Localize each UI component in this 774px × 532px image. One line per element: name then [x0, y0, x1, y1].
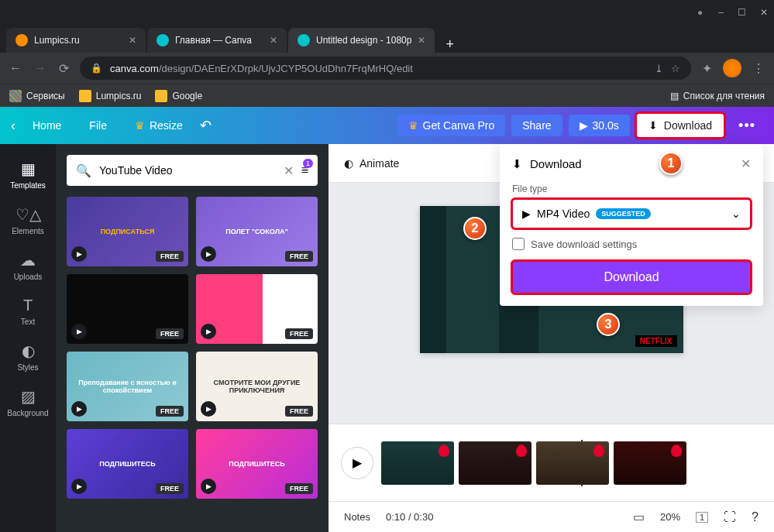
animate-button[interactable]: ◐ Animate: [344, 157, 399, 170]
fullscreen-icon[interactable]: ⛶: [724, 510, 736, 524]
video-icon: ▶: [522, 208, 531, 220]
browser-tabbar: Lumpics.ru ✕ Главная — Canva ✕ Untitled …: [0, 25, 774, 53]
bookmark-google[interactable]: Google: [155, 90, 202, 102]
profile-avatar[interactable]: [723, 59, 741, 77]
install-app-icon[interactable]: ⤓: [655, 63, 663, 74]
undo-button[interactable]: ↶: [200, 117, 212, 134]
filetype-label: File type: [512, 184, 751, 194]
browser-tab[interactable]: Lumpics.ru ✕: [6, 28, 146, 53]
help-icon[interactable]: ?: [752, 510, 759, 524]
timeline-frame[interactable]: [381, 441, 454, 485]
filetype-select[interactable]: ▶ MP4 Video SUGGESTED ⌄: [512, 199, 751, 228]
home-button[interactable]: Home: [22, 115, 72, 136]
page-count[interactable]: 1: [696, 512, 708, 523]
free-badge: FREE: [285, 328, 313, 339]
checkbox-input[interactable]: [512, 238, 525, 250]
timeline-frames[interactable]: [381, 440, 762, 486]
timeline: ▶: [329, 424, 774, 501]
bookmark-star-icon[interactable]: ☆: [671, 63, 680, 74]
template-card[interactable]: ПОДПИСАТЬСЯ▶FREE: [67, 197, 188, 266]
rail-text[interactable]: TText: [0, 289, 56, 334]
new-tab-button[interactable]: +: [436, 36, 463, 53]
play-icon: ▶: [201, 401, 216, 417]
close-window-button[interactable]: ✕: [760, 7, 768, 18]
search-input[interactable]: [99, 164, 276, 177]
netflix-tag: NETFLIX: [635, 335, 677, 347]
close-tab-icon[interactable]: ✕: [129, 35, 136, 46]
timeline-frame[interactable]: [614, 441, 686, 485]
close-tab-icon[interactable]: ✕: [418, 35, 425, 46]
download-action-button[interactable]: Download: [512, 261, 751, 293]
free-badge: FREE: [156, 328, 184, 339]
back-home-icon[interactable]: ‹: [11, 118, 15, 134]
back-button[interactable]: ←: [9, 61, 22, 75]
get-pro-button[interactable]: ♛Get Canva Pro: [397, 115, 506, 136]
styles-icon: ◐: [22, 342, 35, 360]
list-icon: ▤: [670, 91, 679, 101]
play-icon: ▶: [71, 401, 87, 417]
template-card[interactable]: ▶FREE: [196, 274, 318, 344]
text-icon: T: [23, 297, 33, 314]
url-domain: canva.com: [110, 63, 159, 74]
free-badge: FREE: [285, 483, 313, 494]
tab-label: Untitled design - 1080p: [316, 35, 411, 46]
close-panel-button[interactable]: ✕: [741, 156, 751, 171]
clear-search-icon[interactable]: ✕: [284, 163, 294, 178]
more-menu[interactable]: •••: [731, 118, 763, 134]
address-bar[interactable]: 🔒 canva.com/design/DAEnErXDrpk/UjvJCYP5O…: [80, 57, 691, 80]
close-tab-icon[interactable]: ✕: [270, 35, 277, 46]
timeline-frame[interactable]: [459, 441, 531, 485]
template-card[interactable]: ПОДПИШИТЕСЬ▶FREE: [196, 429, 318, 499]
template-card[interactable]: СМОТРИТЕ МОИ ДРУГИЕ ПРИКЛЮЧЕНИЯ▶FREE: [196, 352, 318, 421]
file-menu[interactable]: File: [78, 115, 118, 136]
menu-icon[interactable]: ⋮: [752, 61, 765, 76]
rail-elements[interactable]: ♡△Elements: [0, 197, 56, 243]
grid-view-icon[interactable]: ▭: [633, 510, 645, 524]
canvas-area: ◐ Animate NETFLIX ⬇ Download ✕ File type…: [329, 144, 774, 532]
favicon-icon: [15, 34, 28, 46]
notes-button[interactable]: Notes: [344, 511, 370, 523]
free-badge: FREE: [285, 251, 313, 262]
rail-uploads[interactable]: ☁Uploads: [0, 243, 56, 289]
browser-tab[interactable]: Главная — Canva ✕: [147, 28, 287, 53]
tab-label: Главная — Canva: [175, 35, 263, 46]
background-icon: ▨: [21, 387, 36, 406]
zoom-level[interactable]: 20%: [660, 511, 680, 523]
maximize-button[interactable]: ☐: [738, 7, 746, 18]
filter-button[interactable]: ≡1: [301, 163, 308, 177]
play-icon: ▶: [71, 246, 87, 262]
suggested-badge: SUGGESTED: [596, 208, 651, 219]
resize-button[interactable]: ♛Resize: [124, 115, 194, 136]
save-settings-checkbox[interactable]: Save download settings: [512, 238, 751, 250]
timeline-frame[interactable]: [536, 441, 609, 485]
templates-icon: ▦: [21, 160, 36, 178]
elements-icon: ♡△: [15, 205, 41, 224]
annotation-3: 3: [597, 313, 620, 336]
rail-styles[interactable]: ◐Styles: [0, 334, 56, 379]
chevron-down-icon: ⌄: [731, 208, 741, 220]
template-card[interactable]: ПОЛЕТ "СОКОЛА"▶FREE: [196, 197, 318, 266]
extensions-icon[interactable]: ✦: [702, 61, 712, 76]
incognito-icon: ●: [697, 7, 703, 18]
rail-background[interactable]: ▨Background: [0, 379, 56, 425]
rail-templates[interactable]: ▦Templates: [0, 152, 56, 197]
present-button[interactable]: ▶30.0s: [569, 115, 630, 136]
forward-button[interactable]: →: [34, 61, 46, 75]
bookmark-lumpics[interactable]: Lumpics.ru: [79, 90, 142, 102]
template-card[interactable]: Преподавание с ясностью и спокойствием▶F…: [67, 352, 188, 421]
uploads-icon: ☁: [20, 251, 36, 269]
template-card[interactable]: ПОДПИШИТЕСЬ▶FREE: [67, 429, 188, 499]
minimize-button[interactable]: –: [718, 7, 724, 18]
download-button[interactable]: ⬇ Download: [636, 113, 724, 138]
app-header: ‹ Home File ♛Resize ↶ ♛Get Canva Pro Sha…: [0, 107, 774, 144]
bookmarks-bar: Сервисы Lumpics.ru Google ▤Список для чт…: [0, 84, 774, 107]
reload-button[interactable]: ⟳: [59, 61, 69, 76]
timeline-play-button[interactable]: ▶: [341, 447, 373, 479]
template-card[interactable]: ▶FREE: [67, 274, 188, 344]
bookmark-services[interactable]: Сервисы: [9, 90, 65, 102]
balloon-icon: [671, 444, 682, 457]
template-search[interactable]: 🔍 ✕ ≡1: [67, 155, 318, 186]
share-button[interactable]: Share: [511, 115, 562, 136]
browser-tab[interactable]: Untitled design - 1080p ✕: [288, 28, 435, 53]
reading-list-button[interactable]: ▤Список для чтения: [670, 91, 765, 101]
